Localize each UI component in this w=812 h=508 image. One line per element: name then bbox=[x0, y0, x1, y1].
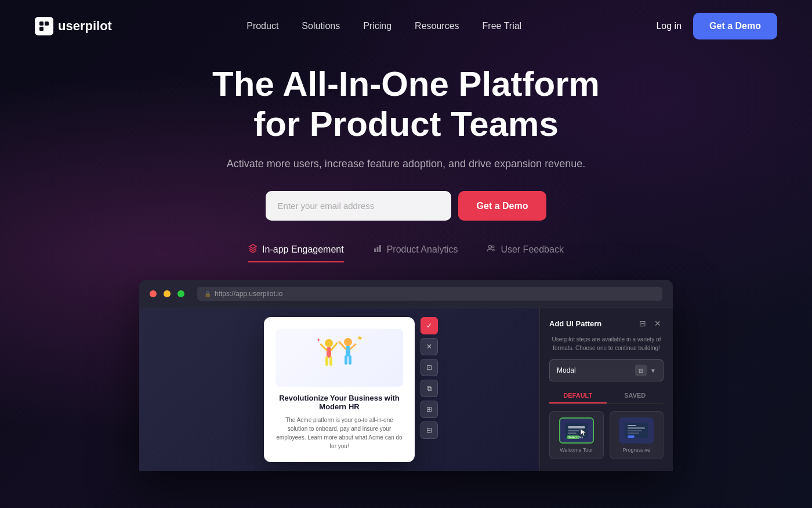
tab-inapp-engagement[interactable]: In-app Engagement bbox=[248, 244, 344, 262]
tool-crop[interactable]: ⊡ bbox=[420, 359, 438, 376]
svg-rect-13 bbox=[329, 356, 332, 366]
pattern-thumbnail-2 bbox=[619, 417, 654, 444]
hero-section: The All-In-One Platform for Product Team… bbox=[0, 52, 812, 471]
page-wrapper: userpilot Product Solutions Pricing Reso… bbox=[0, 0, 812, 508]
chart-bar-icon bbox=[373, 244, 382, 255]
svg-rect-29 bbox=[628, 425, 636, 426]
tab-user-feedback[interactable]: User Feedback bbox=[487, 244, 564, 262]
navigation: userpilot Product Solutions Pricing Reso… bbox=[0, 0, 812, 52]
svg-rect-9 bbox=[327, 347, 331, 358]
feature-tabs: In-app Engagement Product Analytics bbox=[35, 244, 777, 262]
svg-rect-4 bbox=[376, 247, 378, 252]
pattern-label-1: Welcome Tour bbox=[560, 447, 593, 453]
svg-rect-19 bbox=[349, 355, 351, 365]
svg-rect-30 bbox=[628, 427, 645, 429]
browser-dot-green bbox=[177, 290, 184, 297]
svg-rect-2 bbox=[39, 27, 44, 31]
svg-rect-3 bbox=[374, 248, 376, 252]
hero-subtitle: Activate more users, increase feature ad… bbox=[35, 158, 777, 170]
tool-delete[interactable]: ⊟ bbox=[420, 421, 438, 439]
browser-mockup: 🔒 https://app.userpilot.io bbox=[139, 280, 673, 471]
pattern-welcome-tour[interactable]: Select this Welcome Tour bbox=[549, 411, 604, 459]
svg-point-6 bbox=[489, 246, 492, 248]
nav-links: Product Solutions Pricing Resources Free… bbox=[246, 21, 521, 31]
panel-close-btn[interactable]: ✕ bbox=[652, 318, 664, 329]
tab-inapp-label: In-app Engagement bbox=[262, 244, 344, 255]
pattern-grid: Select this Welcome Tour bbox=[549, 411, 664, 459]
pattern-thumbnail-1: Select this bbox=[559, 417, 594, 444]
browser-url-bar[interactable]: 🔒 https://app.userpilot.io bbox=[197, 287, 662, 301]
panel-pattern-select[interactable]: Modal ⊟ ▼ bbox=[549, 359, 664, 381]
panel-tabs: DEFAULT SAVED bbox=[549, 388, 664, 404]
get-demo-button-hero[interactable]: Get a Demo bbox=[458, 191, 547, 221]
browser-bar: 🔒 https://app.userpilot.io bbox=[139, 280, 673, 308]
svg-rect-15 bbox=[346, 346, 350, 356]
chevron-down-icon: ▼ bbox=[650, 368, 656, 374]
layers-icon bbox=[248, 244, 258, 255]
svg-rect-33 bbox=[628, 435, 635, 438]
browser-dot-yellow bbox=[164, 290, 171, 297]
panel-select-label: Modal bbox=[557, 366, 576, 374]
panel-expand-btn[interactable]: ⊟ bbox=[637, 318, 648, 329]
tool-copy[interactable]: ⧉ bbox=[420, 380, 438, 397]
select-icon: ⊟ bbox=[635, 365, 647, 376]
panel-tab-saved[interactable]: SAVED bbox=[607, 388, 664, 403]
pattern-label-2: Progressive bbox=[622, 447, 650, 453]
tool-close[interactable]: ✕ bbox=[420, 338, 438, 355]
svg-rect-31 bbox=[628, 430, 642, 431]
modal-toolbar: ✓ ✕ ⊡ ⧉ ⊞ ⊟ bbox=[420, 317, 438, 439]
tab-product-analytics[interactable]: Product Analytics bbox=[373, 244, 458, 262]
email-input[interactable] bbox=[266, 191, 451, 221]
login-button[interactable]: Log in bbox=[656, 21, 682, 31]
ui-pattern-panel: Add UI Pattern ⊟ ✕ Userpilot steps are a… bbox=[539, 308, 673, 471]
cursor-indicator bbox=[578, 428, 590, 439]
modal-card-title: Revolutionize Your Business with Modern … bbox=[276, 394, 403, 411]
nav-actions: Log in Get a Demo bbox=[656, 13, 777, 39]
browser-content: ★ ✦ Revolutionize Your Business with Mod… bbox=[139, 308, 673, 471]
modal-card: ★ ✦ Revolutionize Your Business with Mod… bbox=[264, 317, 415, 462]
hero-title: The All-In-One Platform for Product Team… bbox=[35, 64, 777, 144]
svg-rect-25 bbox=[568, 433, 577, 434]
nav-resources[interactable]: Resources bbox=[415, 21, 459, 31]
logo-icon bbox=[35, 17, 53, 35]
logo-text: userpilot bbox=[58, 19, 112, 34]
svg-point-14 bbox=[344, 338, 352, 346]
svg-rect-0 bbox=[39, 21, 44, 26]
svg-point-8 bbox=[325, 339, 333, 347]
tab-analytics-label: Product Analytics bbox=[387, 244, 458, 255]
svg-rect-18 bbox=[345, 355, 347, 365]
nav-product[interactable]: Product bbox=[246, 21, 278, 31]
browser-dot-red bbox=[150, 290, 157, 297]
svg-rect-12 bbox=[325, 356, 328, 366]
svg-rect-32 bbox=[628, 433, 639, 434]
tool-move[interactable]: ⊞ bbox=[420, 401, 438, 418]
panel-description: Userpilot steps are available in a varie… bbox=[549, 335, 664, 352]
logo[interactable]: userpilot bbox=[35, 17, 112, 35]
modal-card-body: The Acme platform is your go-to all-in-o… bbox=[276, 416, 403, 451]
lock-icon: 🔒 bbox=[204, 291, 211, 297]
nav-pricing[interactable]: Pricing bbox=[363, 21, 392, 31]
svg-rect-5 bbox=[379, 245, 381, 252]
tool-check[interactable]: ✓ bbox=[420, 317, 438, 334]
svg-line-17 bbox=[350, 344, 356, 349]
get-demo-button-nav[interactable]: Get a Demo bbox=[693, 13, 777, 39]
panel-title: Add UI Pattern bbox=[549, 319, 601, 328]
svg-point-7 bbox=[492, 246, 494, 248]
url-text: https://app.userpilot.io bbox=[215, 290, 282, 298]
svg-text:✦: ✦ bbox=[316, 337, 321, 343]
users-icon bbox=[487, 244, 496, 255]
panel-controls: ⊟ ✕ bbox=[637, 318, 664, 329]
svg-rect-24 bbox=[568, 430, 579, 431]
modal-area: ★ ✦ Revolutionize Your Business with Mod… bbox=[139, 308, 539, 471]
modal-illustration: ★ ✦ bbox=[276, 329, 403, 387]
nav-solutions[interactable]: Solutions bbox=[302, 21, 340, 31]
hero-form: Get a Demo bbox=[35, 191, 777, 221]
pattern-progressive[interactable]: Progressive bbox=[610, 411, 664, 459]
panel-tab-default[interactable]: DEFAULT bbox=[549, 388, 607, 403]
panel-header: Add UI Pattern ⊟ ✕ bbox=[549, 318, 664, 329]
nav-free-trial[interactable]: Free Trial bbox=[483, 21, 522, 31]
svg-text:★: ★ bbox=[357, 334, 363, 342]
svg-rect-1 bbox=[45, 21, 49, 26]
tab-feedback-label: User Feedback bbox=[501, 244, 564, 255]
